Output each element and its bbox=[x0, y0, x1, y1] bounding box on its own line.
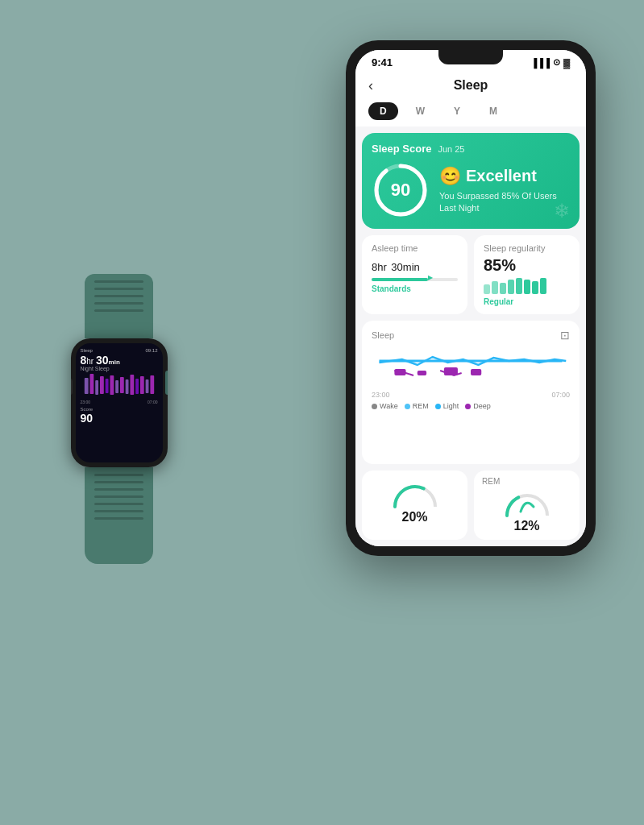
svg-rect-14 bbox=[119, 377, 123, 393]
tab-bar: D W Y M bbox=[355, 97, 586, 126]
tab-year[interactable]: Y bbox=[442, 102, 472, 120]
watch-header: Sleep 09:12 bbox=[81, 348, 158, 353]
asleep-sub: Standards bbox=[372, 284, 458, 293]
svg-rect-10 bbox=[100, 376, 104, 394]
watch-band-bottom bbox=[85, 467, 153, 564]
rating-text: Excellent bbox=[466, 167, 537, 185]
phone-device: 9:41 ▐▐▐ ⊙ ▓ ‹ Sleep D W Y M bbox=[346, 40, 596, 556]
arc-pct-left: 20% bbox=[401, 510, 427, 524]
page-title: Sleep bbox=[454, 78, 488, 93]
band-hole bbox=[94, 302, 143, 305]
chart-area bbox=[372, 345, 570, 389]
sleep-score-card: Sleep Score Jun 25 90 bbox=[362, 133, 580, 229]
arc-left bbox=[391, 480, 439, 508]
svg-rect-17 bbox=[135, 379, 139, 394]
back-button[interactable]: ‹ bbox=[368, 77, 373, 94]
score-circle: 90 bbox=[372, 161, 430, 219]
chart-title: Sleep bbox=[372, 330, 394, 340]
rating-emoji: 😊 bbox=[439, 166, 461, 187]
asleep-label: Asleep time bbox=[372, 243, 458, 253]
watch-night-label: Night Sleep bbox=[81, 366, 158, 371]
svg-rect-13 bbox=[115, 380, 118, 393]
watch-score-value: 90 bbox=[81, 412, 158, 425]
svg-rect-18 bbox=[139, 376, 143, 394]
band-hole bbox=[94, 517, 143, 520]
bottom-card-right: REM 12% bbox=[474, 471, 580, 540]
arc-right bbox=[503, 489, 551, 517]
score-card-label: Sleep Score bbox=[372, 143, 431, 155]
band-hole bbox=[94, 503, 143, 505]
band-hole bbox=[94, 295, 143, 297]
watch-sensor bbox=[71, 379, 73, 395]
watch-score-row: Score 90 bbox=[81, 407, 158, 425]
legend-wake: Wake bbox=[372, 402, 398, 410]
band-hole bbox=[94, 474, 143, 476]
decoration-snowflake: ❄ bbox=[554, 200, 570, 222]
svg-rect-11 bbox=[105, 379, 108, 393]
expand-icon[interactable]: ⊡ bbox=[560, 329, 570, 342]
wifi-icon: ⊙ bbox=[553, 57, 560, 68]
chart-legend: Wake REM Light Deep bbox=[372, 402, 570, 410]
svg-rect-9 bbox=[95, 380, 98, 395]
svg-rect-12 bbox=[110, 375, 114, 395]
regularity-bars bbox=[484, 278, 570, 294]
asleep-bar bbox=[372, 278, 458, 281]
sleep-chart-card: Sleep ⊡ bbox=[362, 321, 580, 464]
svg-rect-6 bbox=[471, 369, 481, 375]
svg-rect-16 bbox=[130, 375, 134, 395]
phone-screen: 9:41 ▐▐▐ ⊙ ▓ ‹ Sleep D W Y M bbox=[355, 50, 586, 546]
legend-deep: Deep bbox=[465, 402, 491, 410]
status-time: 9:41 bbox=[372, 56, 393, 68]
asleep-value: 8hr 30min bbox=[372, 256, 458, 275]
asleep-bar-fill bbox=[372, 278, 428, 281]
chart-times: 23:00 07:00 bbox=[372, 391, 570, 399]
bottom-cards: 20% REM 12% bbox=[362, 471, 580, 540]
svg-rect-7 bbox=[84, 378, 88, 394]
watch-sleep-time: 8hr 30min bbox=[81, 354, 158, 366]
chart-time-end: 07:00 bbox=[551, 391, 570, 399]
tab-day[interactable]: D bbox=[368, 102, 398, 120]
app-content: ‹ Sleep D W Y M Sleep Score Jun 25 bbox=[355, 72, 586, 546]
watch-side-button bbox=[165, 371, 168, 395]
score-header: Sleep Score Jun 25 bbox=[372, 143, 570, 155]
score-body: 90 😊 Excellent You Surpassed 85% Of User… bbox=[372, 161, 570, 219]
score-number: 90 bbox=[391, 180, 410, 201]
chart-time-start: 23:00 bbox=[372, 391, 390, 399]
band-hole bbox=[94, 309, 143, 312]
score-date: Jun 25 bbox=[438, 144, 464, 154]
arc-pct-right: 12% bbox=[513, 519, 539, 533]
sleep-regularity-card: Sleep regularity 85% Regular bbox=[474, 235, 580, 314]
band-hole bbox=[94, 280, 143, 283]
excellent-row: 😊 Excellent bbox=[439, 166, 570, 187]
band-hole bbox=[94, 488, 143, 491]
app-header: ‹ Sleep bbox=[355, 72, 586, 97]
stats-row: Asleep time 8hr 30min Standards Sleep re… bbox=[362, 235, 580, 314]
surpass-text: You Surpassed 85% Of Users Last Night bbox=[439, 190, 570, 215]
svg-rect-19 bbox=[145, 379, 148, 393]
legend-light: Light bbox=[435, 402, 459, 410]
legend-rem: REM bbox=[405, 402, 429, 410]
tab-month[interactable]: M bbox=[478, 102, 509, 120]
svg-rect-4 bbox=[418, 371, 426, 375]
regularity-sub: Regular bbox=[484, 297, 570, 306]
svg-rect-20 bbox=[150, 375, 154, 394]
band-hole bbox=[94, 495, 143, 498]
phone-frame: 9:41 ▐▐▐ ⊙ ▓ ‹ Sleep D W Y M bbox=[346, 40, 596, 556]
tab-week[interactable]: W bbox=[405, 102, 436, 120]
band-holes-bottom bbox=[85, 467, 153, 526]
watch-app-label: Sleep bbox=[81, 348, 93, 353]
svg-rect-8 bbox=[89, 374, 93, 394]
watch-time-row: 23:00 07:00 bbox=[81, 400, 158, 404]
band-holes-top bbox=[85, 274, 153, 318]
status-icons: ▐▐▐ ⊙ ▓ bbox=[531, 57, 570, 68]
watch-screen: Sleep 09:12 8hr 30min Night Sleep bbox=[76, 343, 163, 462]
score-right: 😊 Excellent You Surpassed 85% Of Users L… bbox=[439, 166, 570, 215]
watch-chart bbox=[81, 374, 158, 398]
bottom-label-right: REM bbox=[482, 477, 500, 486]
regularity-label: Sleep regularity bbox=[484, 243, 570, 253]
band-hole bbox=[94, 288, 143, 290]
smartwatch: Sleep 09:12 8hr 30min Night Sleep bbox=[48, 274, 189, 540]
bottom-card-left: 20% bbox=[362, 471, 467, 540]
watch-body: Sleep 09:12 8hr 30min Night Sleep bbox=[71, 338, 168, 467]
battery-icon: ▓ bbox=[563, 58, 570, 68]
